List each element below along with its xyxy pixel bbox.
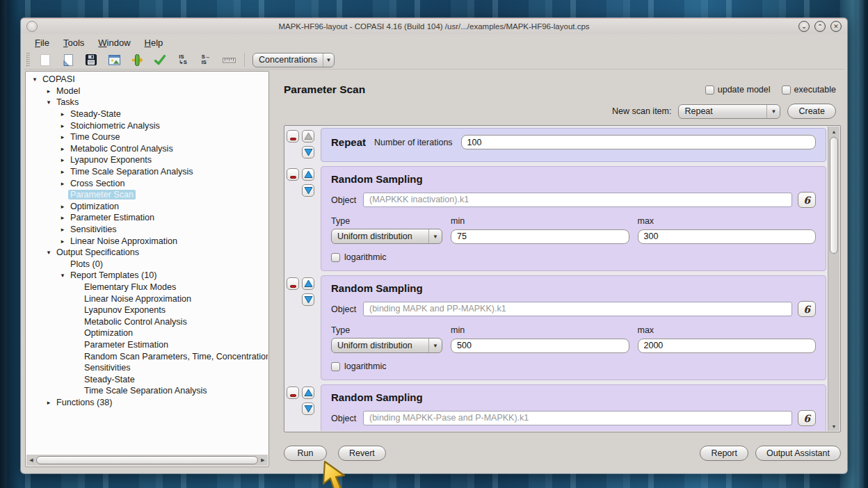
tree-item-model[interactable]: ▸Model xyxy=(26,86,268,97)
tree-item-lyapunov-exponents[interactable]: ▸Lyapunov Exponents xyxy=(26,154,268,166)
collapsed-arrow-icon[interactable]: ▸ xyxy=(43,399,54,406)
tree-item-metabolic-control-analysis[interactable]: ▸Metabolic Control Analysis xyxy=(26,143,268,155)
scan-vscroll-thumb[interactable] xyxy=(830,137,838,254)
remove-item-button[interactable] xyxy=(287,130,299,143)
combobox-arrow-icon[interactable]: ▼ xyxy=(428,229,442,243)
scroll-left-icon[interactable]: ◀ xyxy=(26,457,36,463)
move-item-down-button[interactable] xyxy=(302,146,314,158)
tree-item-functions-38[interactable]: ▸Functions (38) xyxy=(26,397,268,409)
iterations-input[interactable] xyxy=(461,135,816,149)
logarithmic-option[interactable]: logarithmic xyxy=(331,361,816,371)
update-model-checkbox[interactable] xyxy=(705,86,714,95)
remove-item-button[interactable] xyxy=(287,168,299,181)
tree-item-steady-state[interactable]: ▸Steady-State xyxy=(26,108,268,120)
tree-item-linear-noise-approximation[interactable]: ▸Linear Noise Approximation xyxy=(26,235,268,247)
close-icon[interactable]: ✕ xyxy=(830,21,842,32)
object-field[interactable]: (binding MAPKK-Pase and P-MAPKK).k1 xyxy=(363,411,792,425)
minimize-icon[interactable]: ⌄ xyxy=(798,21,810,32)
tree-item-parameter-scan[interactable]: Parameter Scan xyxy=(26,189,268,201)
move-item-up-button[interactable] xyxy=(302,387,314,399)
move-item-down-button[interactable] xyxy=(302,184,314,197)
tree-item-linear-noise-approximation[interactable]: Linear Noise Approximation xyxy=(26,293,268,304)
collapsed-arrow-icon[interactable]: ▸ xyxy=(57,122,68,129)
collapsed-arrow-icon[interactable]: ▸ xyxy=(57,226,68,233)
scroll-right-icon[interactable]: ▶ xyxy=(258,457,268,463)
units-ruler-icon[interactable] xyxy=(221,53,236,67)
concentration-to-particle-icon[interactable]: S→ IS xyxy=(198,53,214,67)
collapsed-arrow-icon[interactable]: ▸ xyxy=(43,88,54,95)
remove-item-button[interactable] xyxy=(287,277,299,290)
object-browser-button[interactable]: 6 xyxy=(798,410,816,426)
run-button[interactable]: Run xyxy=(284,446,327,461)
toolbar-grip[interactable] xyxy=(26,53,30,67)
collapsed-arrow-icon[interactable]: ▸ xyxy=(57,156,68,163)
combobox-arrow-icon[interactable]: ▼ xyxy=(428,339,442,352)
tree-item-optimization[interactable]: Optimization xyxy=(26,327,268,339)
collapsed-arrow-icon[interactable]: ▸ xyxy=(57,203,68,210)
distribution-type-combobox[interactable]: Uniform distribution▼ xyxy=(331,229,442,244)
menu-window[interactable]: Window xyxy=(93,36,136,49)
move-item-down-button[interactable] xyxy=(302,402,314,415)
tree-item-sensitivities[interactable]: ▸Sensitivities xyxy=(26,224,268,236)
tree-item-time-scale-separation-analysis[interactable]: ▸Time Scale Separation Analysis xyxy=(26,166,268,178)
new-scan-item-combobox[interactable]: Repeat ▼ xyxy=(678,104,780,119)
menu-file[interactable]: File xyxy=(29,36,55,49)
tree-item-output-specifications[interactable]: ▾Output Specifications xyxy=(26,247,268,259)
collapsed-arrow-icon[interactable]: ▸ xyxy=(57,168,68,175)
min-input[interactable] xyxy=(451,339,629,353)
tree-item-stoichiometric-analysis[interactable]: ▸Stoichiometric Analysis xyxy=(26,120,268,131)
maximize-icon[interactable]: ⌃ xyxy=(814,21,826,32)
collapsed-arrow-icon[interactable]: ▸ xyxy=(57,180,68,187)
open-file-icon[interactable] xyxy=(61,53,76,67)
tree-item-parameter-estimation[interactable]: Parameter Estimation xyxy=(26,339,268,351)
move-item-up-button[interactable] xyxy=(302,168,314,181)
collapsed-arrow-icon[interactable]: ▸ xyxy=(57,145,68,152)
scan-vertical-scrollbar[interactable]: ▲ ▼ xyxy=(828,127,839,431)
create-button[interactable]: Create xyxy=(787,104,836,119)
expanded-arrow-icon[interactable]: ▾ xyxy=(29,76,40,83)
particle-to-concentration-icon[interactable]: IS ↳S xyxy=(175,53,191,67)
logarithmic-option[interactable]: logarithmic xyxy=(331,252,816,262)
tree-item-time-course[interactable]: ▸Time Course xyxy=(26,131,268,143)
menu-help[interactable]: Help xyxy=(139,36,169,49)
merge-model-icon[interactable] xyxy=(129,53,145,67)
expanded-arrow-icon[interactable]: ▾ xyxy=(43,99,54,106)
tree-item-optimization[interactable]: ▸Optimization xyxy=(26,201,268,213)
collapsed-arrow-icon[interactable]: ▸ xyxy=(57,238,68,245)
report-button[interactable]: Report xyxy=(700,446,748,461)
executable-option[interactable]: executable xyxy=(782,85,836,95)
tree-hscroll-thumb[interactable] xyxy=(36,456,258,464)
revert-button[interactable]: Revert xyxy=(338,446,386,461)
new-file-icon[interactable] xyxy=(38,53,53,67)
scroll-up-icon[interactable]: ▲ xyxy=(828,127,839,136)
update-model-option[interactable]: update model xyxy=(705,85,771,95)
titlebar[interactable]: MAPK-HF96-layout - COPASI 4.16 (Build 10… xyxy=(21,18,847,34)
object-field[interactable]: (MAPKKK inactivation).k1 xyxy=(363,193,792,207)
tree-item-report-templates-10[interactable]: ▾Report Templates (10) xyxy=(26,270,268,282)
logarithmic-checkbox[interactable] xyxy=(331,253,340,262)
save-icon[interactable] xyxy=(83,53,99,67)
scroll-down-icon[interactable]: ▼ xyxy=(828,421,839,431)
tree-item-cross-section[interactable]: ▸Cross Section xyxy=(26,177,268,189)
tree-item-tasks[interactable]: ▾Tasks xyxy=(26,97,268,108)
tree-item-elementary-flux-modes[interactable]: Elementary Flux Modes xyxy=(26,282,268,293)
min-input[interactable] xyxy=(451,229,629,244)
move-item-up-button[interactable] xyxy=(302,277,314,290)
collapsed-arrow-icon[interactable]: ▸ xyxy=(57,111,68,117)
object-browser-button[interactable]: 6 xyxy=(798,192,816,208)
logarithmic-checkbox[interactable] xyxy=(331,362,340,371)
collapsed-arrow-icon[interactable]: ▸ xyxy=(57,133,68,140)
output-assistant-button[interactable]: Output Assistant xyxy=(755,446,841,461)
tree-item-sensitivities[interactable]: Sensitivities xyxy=(26,362,268,374)
combobox-arrow-icon[interactable]: ▼ xyxy=(323,54,334,67)
move-item-up-button[interactable] xyxy=(302,130,314,143)
tree-item-metabolic-control-analysis[interactable]: Metabolic Control Analysis xyxy=(26,316,268,327)
tree-item-time-scale-separation-analysis[interactable]: Time Scale Separation Analysis xyxy=(26,385,268,397)
tree-item-lyapunov-exponents[interactable]: Lyapunov Exponents xyxy=(26,304,268,316)
remove-item-button[interactable] xyxy=(287,387,299,399)
tree-item-steady-state[interactable]: Steady-State xyxy=(26,373,268,385)
max-input[interactable] xyxy=(638,339,817,353)
combobox-arrow-icon[interactable]: ▼ xyxy=(766,105,780,118)
menu-tools[interactable]: Tools xyxy=(58,36,90,49)
executable-checkbox[interactable] xyxy=(782,86,791,95)
